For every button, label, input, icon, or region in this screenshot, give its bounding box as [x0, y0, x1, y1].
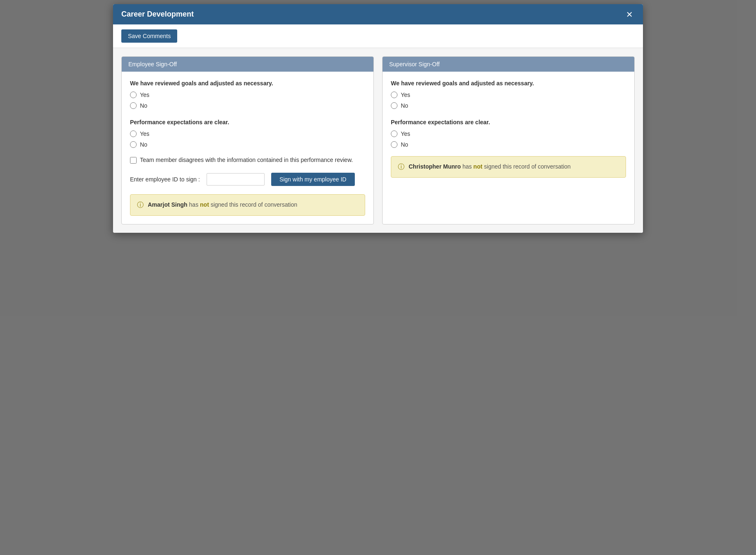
save-comments-button[interactable]: Save Comments — [121, 29, 177, 43]
employee-alert-has: has — [189, 201, 200, 208]
employee-q2-no-radio[interactable] — [130, 141, 137, 148]
employee-question1-block: We have reviewed goals and adjusted as n… — [130, 80, 365, 109]
supervisor-q1-yes-label[interactable]: Yes — [401, 92, 410, 98]
employee-q2-yes-option: Yes — [130, 130, 365, 137]
supervisor-question1-label: We have reviewed goals and adjusted as n… — [391, 80, 626, 87]
supervisor-q2-yes-option: Yes — [391, 130, 626, 137]
employee-q1-yes-option: Yes — [130, 92, 365, 98]
supervisor-q1-no-option: No — [391, 102, 626, 109]
signoff-grid: Employee Sign-Off We have reviewed goals… — [121, 56, 635, 224]
employee-alert-name: Amarjot Singh — [148, 201, 188, 208]
supervisor-q2-no-option: No — [391, 141, 626, 148]
supervisor-question1-block: We have reviewed goals and adjusted as n… — [391, 80, 626, 109]
supervisor-q1-yes-option: Yes — [391, 92, 626, 98]
modal-title: Career Development — [121, 10, 194, 19]
supervisor-alert-name: Christopher Munro — [409, 163, 461, 170]
employee-disagree-checkbox[interactable] — [130, 157, 137, 164]
modal-overlay: Career Development ✕ Save Comments Emplo… — [0, 0, 756, 555]
alert-info-icon: ⓘ — [137, 201, 144, 210]
supervisor-alert-info-icon: ⓘ — [398, 163, 404, 171]
supervisor-panel-header: Supervisor Sign-Off — [383, 57, 634, 72]
employee-q1-no-radio[interactable] — [130, 102, 137, 109]
employee-q1-yes-label[interactable]: Yes — [140, 92, 149, 98]
modal-container: Career Development ✕ Save Comments Emplo… — [113, 4, 643, 233]
employee-signoff-panel: Employee Sign-Off We have reviewed goals… — [121, 56, 374, 224]
supervisor-alert-box: ⓘ Christopher Munro has not signed this … — [391, 156, 626, 178]
employee-sign-label: Enter employee ID to sign : — [130, 176, 200, 183]
supervisor-alert-suffix: signed this record of conversation — [484, 163, 571, 170]
employee-q2-no-label[interactable]: No — [140, 141, 147, 148]
supervisor-q2-yes-radio[interactable] — [391, 130, 397, 137]
supervisor-q1-yes-radio[interactable] — [391, 92, 397, 98]
modal-header: Career Development ✕ — [113, 4, 643, 24]
supervisor-alert-not: not — [473, 163, 482, 170]
employee-disagree-label[interactable]: Team member disagrees with the informati… — [140, 156, 353, 164]
supervisor-panel-body: We have reviewed goals and adjusted as n… — [383, 72, 634, 186]
employee-panel-header: Employee Sign-Off — [122, 57, 373, 72]
employee-q1-no-option: No — [130, 102, 365, 109]
supervisor-q2-yes-label[interactable]: Yes — [401, 130, 410, 137]
employee-question2-block: Performance expectations are clear. Yes … — [130, 119, 365, 148]
supervisor-q1-no-radio[interactable] — [391, 102, 397, 109]
supervisor-q2-no-radio[interactable] — [391, 141, 397, 148]
supervisor-alert-has: has — [462, 163, 473, 170]
supervisor-q1-no-label[interactable]: No — [401, 102, 408, 109]
employee-q1-yes-radio[interactable] — [130, 92, 137, 98]
modal-close-button[interactable]: ✕ — [624, 10, 635, 19]
supervisor-signoff-panel: Supervisor Sign-Off We have reviewed goa… — [382, 56, 635, 224]
employee-disagree-checkbox-block: Team member disagrees with the informati… — [130, 156, 365, 164]
employee-alert-not: not — [200, 201, 209, 208]
supervisor-alert-text: Christopher Munro has not signed this re… — [409, 162, 571, 171]
employee-alert-text: Amarjot Singh has not signed this record… — [148, 200, 297, 209]
employee-sign-row: Enter employee ID to sign : Sign with my… — [130, 173, 365, 186]
supervisor-question2-block: Performance expectations are clear. Yes … — [391, 119, 626, 148]
modal-toolbar: Save Comments — [113, 24, 643, 48]
employee-q2-yes-radio[interactable] — [130, 130, 137, 137]
supervisor-question2-label: Performance expectations are clear. — [391, 119, 626, 125]
modal-body: Employee Sign-Off We have reviewed goals… — [113, 48, 643, 233]
employee-alert-box: ⓘ Amarjot Singh has not signed this reco… — [130, 194, 365, 216]
employee-sign-button[interactable]: Sign with my employee ID — [271, 173, 355, 186]
employee-q1-no-label[interactable]: No — [140, 102, 147, 109]
employee-q2-yes-label[interactable]: Yes — [140, 130, 149, 137]
employee-panel-body: We have reviewed goals and adjusted as n… — [122, 72, 373, 224]
employee-q2-no-option: No — [130, 141, 365, 148]
employee-id-input[interactable] — [207, 173, 265, 186]
employee-alert-suffix2: signed this record of conversation — [211, 201, 297, 208]
supervisor-q2-no-label[interactable]: No — [401, 141, 408, 148]
employee-question1-label: We have reviewed goals and adjusted as n… — [130, 80, 365, 87]
employee-question2-label: Performance expectations are clear. — [130, 119, 365, 125]
